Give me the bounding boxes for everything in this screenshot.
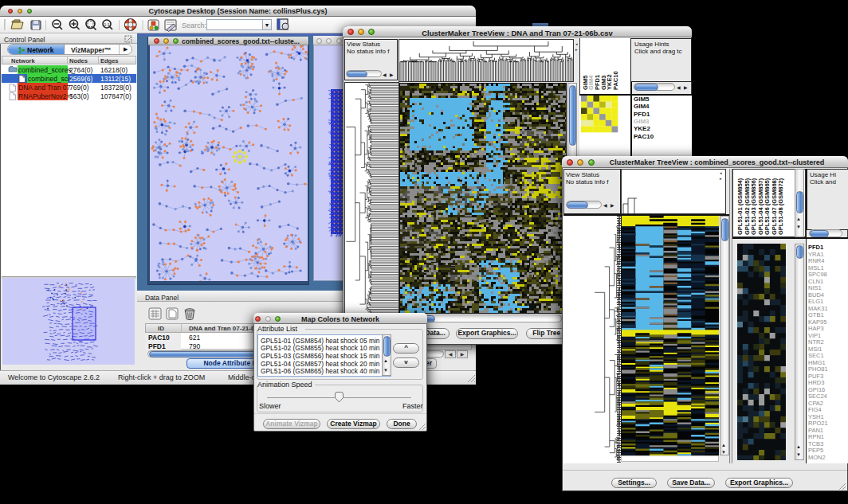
svg-text:1:1: 1:1 [104,22,110,27]
